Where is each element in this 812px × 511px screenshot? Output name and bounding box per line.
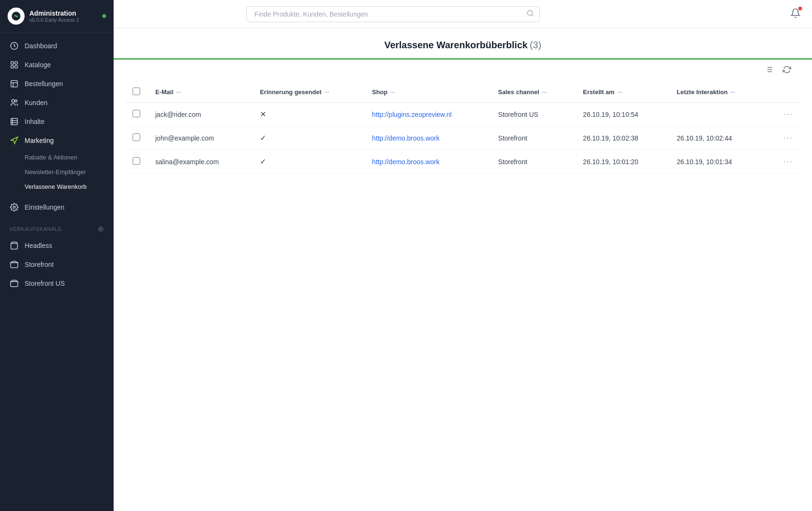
topbar [114, 0, 812, 28]
sidebar-sub-item-newsletter[interactable]: Newsletter-Empfänger [0, 165, 114, 179]
sidebar-item-inhalte[interactable]: Inhalte [0, 112, 114, 131]
sidebar: Administration v6.0.0 Early Access 2 Das… [0, 0, 114, 511]
app-name: Administration [29, 9, 98, 17]
cross-icon: ✕ [260, 110, 266, 118]
marketing-icon [9, 136, 19, 145]
sidebar-item-einstellungen[interactable]: Einstellungen [0, 198, 114, 217]
table-header-row: E-Mail ··· Erinnerung gesendet ··· [125, 82, 801, 103]
content-icon [9, 117, 19, 126]
channel-headless[interactable]: Headless [0, 236, 114, 255]
row-erstellt: 26.10.19, 10:10:54 [575, 103, 669, 126]
sidebar-sub-item-verlassene[interactable]: Verlassene Warenkorb [0, 179, 114, 194]
row-checkbox-cell [125, 103, 148, 126]
row-actions-button[interactable]: ··· [767, 103, 801, 126]
row-sales-channel: Storefront [491, 150, 575, 174]
col-sales-channel-options[interactable]: ··· [542, 89, 547, 96]
refresh-button[interactable] [781, 63, 793, 78]
orders-icon [9, 79, 19, 88]
col-erstellt: Erstellt am ··· [575, 82, 669, 103]
sidebar-item-dashboard[interactable]: Dashboard [0, 36, 114, 55]
col-shop-options[interactable]: ··· [390, 89, 395, 96]
row-checkbox-1[interactable] [133, 133, 140, 141]
shop-link[interactable]: http://plugins.zeopreview.nl [372, 111, 452, 118]
col-erstellt-options[interactable]: ··· [617, 89, 622, 96]
svg-point-14 [527, 10, 533, 16]
app-logo [8, 8, 25, 25]
col-erinnerung: Erinnerung gesendet ··· [252, 82, 365, 103]
row-shop: http://plugins.zeopreview.nl [365, 103, 491, 126]
row-sales-channel: Storefront US [491, 103, 575, 126]
sidebar-item-label: Dashboard [25, 42, 57, 50]
sidebar-nav: Dashboard Kataloge Bestellungen [0, 33, 114, 511]
shop-link[interactable]: http://demo.broos.work [372, 158, 439, 166]
sidebar-item-kunden[interactable]: Kunden [0, 93, 114, 112]
shop-link[interactable]: http://demo.broos.work [372, 134, 439, 142]
svg-rect-13 [11, 282, 18, 287]
online-indicator [102, 14, 106, 18]
row-letzte: 26.10.19, 10:01:34 [669, 150, 767, 174]
headless-icon [9, 241, 19, 250]
app-info: Administration v6.0.0 Early Access 2 [29, 9, 98, 23]
section-title: Verkaufskanäle [9, 226, 62, 232]
search-input[interactable] [246, 6, 540, 22]
notification-bell-icon[interactable] [790, 8, 801, 20]
row-letzte: 26.10.19, 10:02:44 [669, 126, 767, 150]
row-email: jack@rider.com [148, 103, 252, 126]
svg-rect-7 [11, 80, 18, 87]
search-container [246, 6, 540, 22]
sidebar-item-marketing[interactable]: Marketing [0, 131, 114, 150]
col-letzte: Letzte Interaktion ··· [669, 82, 767, 103]
col-sales-channel: Sales channel ··· [491, 82, 575, 103]
col-email: E-Mail ··· [148, 82, 252, 103]
row-checkbox-2[interactable] [133, 157, 140, 165]
table-body: jack@rider.com ✕ http://plugins.zeoprevi… [125, 103, 801, 174]
col-letzte-options[interactable]: ··· [731, 89, 735, 96]
col-email-options[interactable]: ··· [176, 89, 181, 96]
storefront-icon [9, 260, 19, 269]
row-erinnerung: ✓ [252, 126, 365, 150]
add-channel-icon[interactable]: ⊕ [98, 224, 104, 233]
sidebar-item-kataloge[interactable]: Kataloge [0, 55, 114, 74]
verkaufskanaele-section: Verkaufskanäle ⊕ [0, 217, 114, 236]
sidebar-item-label: Marketing [25, 137, 54, 144]
sidebar-sub-item-rabatte[interactable]: Rabatte & Aktionen [0, 150, 114, 165]
row-checkbox-cell [125, 126, 148, 150]
customers-icon [9, 98, 19, 107]
storefront-us-icon [9, 279, 19, 288]
sidebar-item-label: Kunden [25, 99, 47, 106]
dashboard-icon [9, 41, 19, 51]
channel-storefront-us[interactable]: Storefront US [0, 274, 114, 293]
row-shop: http://demo.broos.work [365, 150, 491, 174]
check-icon: ✓ [260, 158, 266, 166]
table-row: salina@example.com ✓ http://demo.broos.w… [125, 150, 801, 174]
row-email: salina@example.com [148, 150, 252, 174]
column-settings-button[interactable] [763, 63, 775, 78]
table-toolbar [125, 60, 801, 82]
svg-point-9 [15, 100, 18, 102]
svg-rect-10 [11, 118, 18, 125]
row-erinnerung: ✕ [252, 103, 365, 126]
sidebar-item-label: Einstellungen [25, 203, 64, 211]
sidebar-item-bestellungen[interactable]: Bestellungen [0, 74, 114, 93]
table-row: jack@rider.com ✕ http://plugins.zeoprevi… [125, 103, 801, 126]
row-sales-channel: Storefront [491, 126, 575, 150]
sub-item-label: Verlassene Warenkorb [25, 183, 87, 190]
page-title: Verlassene Warenkorbüberblick [384, 40, 528, 50]
row-actions-button[interactable]: ··· [767, 126, 801, 150]
channel-label: Storefront US [25, 280, 65, 287]
sub-item-label: Newsletter-Empfänger [25, 168, 86, 176]
svg-rect-3 [11, 62, 13, 64]
row-erinnerung: ✓ [252, 150, 365, 174]
channel-storefront[interactable]: Storefront [0, 255, 114, 274]
row-actions-button[interactable]: ··· [767, 150, 801, 174]
select-all-col [125, 82, 148, 103]
row-checkbox-0[interactable] [133, 110, 140, 117]
row-checkbox-cell [125, 150, 148, 174]
col-erinnerung-options[interactable]: ··· [324, 89, 329, 96]
col-actions [767, 82, 801, 103]
search-icon[interactable] [526, 9, 534, 19]
catalog-icon [9, 60, 19, 70]
svg-rect-12 [11, 263, 18, 268]
select-all-checkbox[interactable] [133, 88, 140, 95]
channel-label: Storefront [25, 261, 54, 268]
